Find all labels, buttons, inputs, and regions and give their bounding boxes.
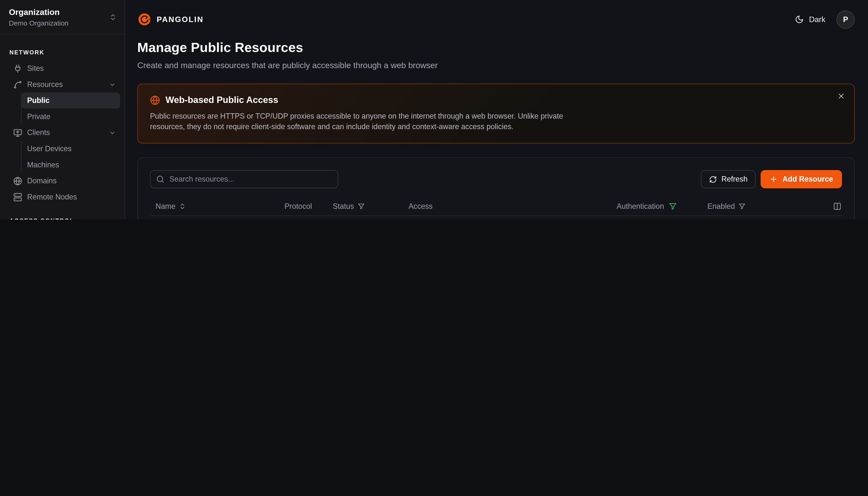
- columns-icon: [833, 202, 841, 211]
- server-icon: [13, 192, 22, 201]
- chevron-down-icon: [109, 81, 116, 88]
- monitor-up-icon: [13, 128, 22, 137]
- sidebar-item-machines[interactable]: Machines: [21, 157, 120, 173]
- refresh-button[interactable]: Refresh: [701, 170, 756, 188]
- nav-subgroup: User DevicesMachines: [21, 141, 120, 173]
- column-label: Protocol: [285, 202, 312, 211]
- avatar[interactable]: P: [836, 10, 855, 29]
- sidebar-item-public[interactable]: Public: [21, 92, 120, 109]
- org-switcher[interactable]: Organization Demo Organization: [0, 0, 125, 34]
- theme-toggle[interactable]: Dark: [795, 15, 825, 24]
- table-body: Admin-Switch-ConsoleHTTPSHealthyhttps://…: [150, 216, 842, 219]
- pangolin-logo-icon: [138, 12, 152, 27]
- column-label: Authentication: [617, 202, 664, 211]
- funnel-icon: [738, 203, 745, 210]
- brand-name: PANGOLIN: [157, 15, 204, 24]
- column-label: Name: [156, 202, 175, 211]
- table-toolbar: Refresh Add Resource: [150, 170, 842, 188]
- column-label: Status: [333, 202, 354, 211]
- org-switcher-value: Demo Organization: [9, 19, 109, 27]
- sidebar-item-resources[interactable]: Resources: [4, 76, 120, 93]
- search-input[interactable]: [150, 170, 338, 188]
- column-visibility-button[interactable]: [833, 202, 841, 211]
- banner-title: Web-based Public Access: [165, 95, 278, 105]
- funnel-icon: [358, 203, 365, 210]
- sidebar-item-label: Resources: [27, 80, 104, 89]
- sidebar-nav: NETWORKSitesResourcesPublicPrivateClient…: [0, 34, 125, 219]
- sidebar-item-label: Remote Nodes: [27, 193, 116, 201]
- sidebar-item-clients[interactable]: Clients: [4, 125, 120, 141]
- close-icon: [837, 92, 845, 100]
- plug-icon: [13, 64, 22, 73]
- sidebar-item-label: Clients: [27, 128, 104, 137]
- table-header: NameProtocolStatusAccessAuthenticationEn…: [150, 197, 842, 216]
- globe-icon: [150, 95, 160, 105]
- app-window: Organization Demo Organization NETWORKSi…: [0, 0, 868, 220]
- sidebar-item-label: Machines: [27, 160, 116, 169]
- resources-card: Refresh Add Resource NameProtocolStatusA…: [138, 157, 855, 220]
- nav-section-label-access-control: ACCESS CONTROL: [9, 217, 120, 220]
- brand-logo[interactable]: PANGOLIN: [138, 12, 204, 27]
- page-content: Manage Public Resources Create and manag…: [125, 39, 868, 219]
- sidebar-item-label: Domains: [27, 177, 116, 185]
- sidebar-item-label: User Devices: [27, 144, 116, 153]
- add-resource-button[interactable]: Add Resource: [761, 170, 842, 188]
- funnel-icon: [669, 202, 677, 211]
- search-icon: [156, 175, 164, 183]
- column-header-name[interactable]: Name: [150, 202, 285, 211]
- column-label: Access: [408, 202, 433, 211]
- banner-close-button[interactable]: [837, 92, 845, 102]
- sidebar-item-private[interactable]: Private: [21, 109, 120, 125]
- banner-body: Public resources are HTTPS or TCP/UDP pr…: [150, 111, 596, 132]
- sidebar-item-sites[interactable]: Sites: [4, 60, 120, 76]
- column-header-actions: [759, 202, 842, 211]
- main-area: PANGOLIN Dark P Manage Public Resources …: [125, 0, 868, 220]
- refresh-label: Refresh: [721, 175, 748, 183]
- column-header-access: Access: [408, 202, 617, 211]
- column-header-enabled[interactable]: Enabled: [708, 202, 759, 211]
- table-row: Admin-Switch-ConsoleHTTPSHealthyhttps://…: [150, 216, 842, 219]
- add-resource-label: Add Resource: [783, 175, 833, 183]
- sidebar-item-remote-nodes[interactable]: Remote Nodes: [4, 189, 120, 205]
- sidebar-item-label: Private: [27, 112, 116, 121]
- column-header-status[interactable]: Status: [333, 202, 408, 211]
- column-label: Enabled: [708, 202, 735, 211]
- sidebar-item-label: Public: [27, 96, 116, 105]
- sidebar: Organization Demo Organization NETWORKSi…: [0, 0, 125, 220]
- plus-icon: [770, 175, 778, 183]
- column-header-protocol: Protocol: [285, 202, 333, 211]
- search-box: [150, 170, 338, 188]
- avatar-initial: P: [843, 15, 848, 24]
- globe-icon: [13, 176, 22, 185]
- topbar: PANGOLIN Dark P: [125, 0, 868, 39]
- page-title: Manage Public Resources: [138, 40, 855, 56]
- nav-subgroup: PublicPrivate: [21, 92, 120, 124]
- nav-section-label-network: NETWORK: [9, 49, 120, 56]
- spline-icon: [13, 80, 22, 89]
- theme-toggle-label: Dark: [809, 15, 825, 24]
- chevrons-up-down-icon: [179, 203, 186, 210]
- org-switcher-label: Organization: [9, 7, 109, 16]
- sidebar-item-user-devices[interactable]: User Devices: [21, 141, 120, 157]
- chevron-down-icon: [109, 129, 116, 136]
- page-subtitle: Create and manage resources that are pub…: [138, 60, 855, 69]
- moon-icon: [795, 15, 804, 24]
- refresh-icon: [709, 175, 717, 183]
- chevrons-up-down-icon: [109, 13, 117, 21]
- sidebar-item-domains[interactable]: Domains: [4, 173, 120, 189]
- sidebar-item-label: Sites: [27, 64, 116, 73]
- column-header-authentication[interactable]: Authentication: [617, 202, 708, 211]
- info-banner: Web-based Public Access Public resources…: [138, 83, 855, 143]
